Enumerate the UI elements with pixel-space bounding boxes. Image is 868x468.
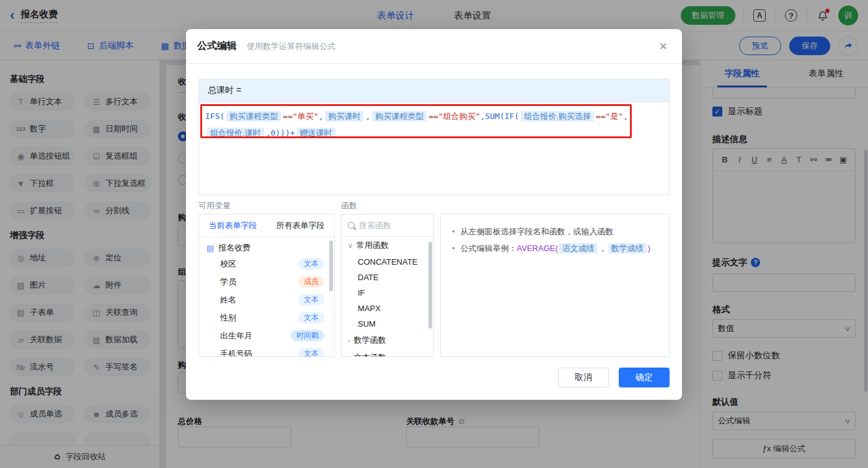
tip-example-line: • 公式编辑举例：AVERAGE(语文成绩，数学成绩) [452,240,658,257]
function-item[interactable]: IF [342,285,433,301]
variable-row[interactable]: 手机号码文本 [199,345,334,357]
type-badge: 文本 [298,312,324,324]
formula-input-area[interactable]: IFS(购买课程类型=="单买",购买课时,购买课程类型=="组合购买",SUM… [199,102,669,195]
variables-label: 可用变量 [198,200,231,211]
formula-token: ) [648,244,650,253]
type-badge: 文本 [298,294,324,306]
formula-token: IFS( [205,112,224,121]
cancel-button[interactable]: 取消 [558,368,609,387]
function-group-common[interactable]: ∨常用函数 [342,237,433,254]
modal-subtitle: 使用数学运算符编辑公式 [247,41,335,52]
form-root-node[interactable]: ▤ 报名收费 [199,237,334,255]
chevron-right-icon: › [348,337,350,344]
tab-all-form-fields[interactable]: 所有表单字段 [267,214,334,237]
function-item[interactable]: CONCATENATE [342,254,433,270]
chevron-right-icon: › [348,354,350,357]
confirm-button[interactable]: 确定 [619,368,670,387]
formula-token: AVERAGE( [517,244,558,253]
type-badge: 成员 [298,276,324,288]
tab-current-form-fields[interactable]: 当前表单字段 [199,214,267,237]
formula-field-token: 购买课程类型 [372,111,427,121]
function-item[interactable]: MAPX [342,301,433,316]
close-icon[interactable]: × [659,40,667,53]
formula-editor: 总课时 = IFS(购买课程类型=="单买",购买课时,购买课程类型=="组合购… [198,79,670,195]
function-group-math[interactable]: ›数学函数 [342,332,433,349]
formula-field-token: 购买课程类型 [226,111,281,121]
app-root: ‹ 报名收费 表单设计 表单设置 数据管理 A ? 训 ⚯表单外链 ⊡后端脚本 … [0,0,868,468]
function-search-input[interactable] [359,221,427,230]
function-item[interactable]: DATE [342,270,433,285]
tips-panel: •从左侧面板选择字段名和函数，或输入函数 • 公式编辑举例：AVERAGE(语文… [440,214,670,357]
formula-field-token: 购买课时 [325,111,363,121]
formula-token: , [623,112,628,121]
functions-panel: ∨常用函数 CONCATENATE DATE IF MAPX SUM ›数学函数… [341,214,434,357]
formula-field-token: 组合报价.购买选择 [521,111,594,121]
formula-token: ,SUM(IF( [480,112,520,121]
variable-row[interactable]: 性别文本 [199,309,334,327]
formula-token: "单买" [293,112,319,121]
formula-editor-modal: 公式编辑 使用数学运算符编辑公式 × 总课时 = IFS(购买课程类型=="单买… [186,29,682,400]
formula-target: 总课时 = [199,79,669,102]
modal-header: 公式编辑 使用数学运算符编辑公式 × [186,29,682,64]
formula-field-token: 组合报价.课时 [207,128,264,138]
formula-token: == [596,112,606,121]
search-icon [348,222,355,229]
function-item[interactable]: SUM [342,316,433,332]
variables-panel: 当前表单字段 所有表单字段 ▤ 报名收费 校区文本 学员成员 姓名文本 性别文本… [198,214,335,357]
tip-example: 公式编辑举例：AVERAGE(语文成绩，数学成绩) [461,240,651,257]
formula-field-token: 语文成绩 [559,243,598,254]
variables-tabs: 当前表单字段 所有表单字段 [199,214,334,237]
formula-token: , [319,112,324,121]
variable-row[interactable]: 姓名文本 [199,291,334,309]
modal-footer: 取消 确定 [558,368,670,387]
function-search [342,214,433,237]
type-badge: 时间戳 [291,330,324,342]
formula-token: "是" [606,112,624,121]
form-icon: ▤ [206,244,214,253]
variables-scrollbar[interactable] [329,241,333,291]
function-group-text[interactable]: ›文本函数 [342,349,433,357]
formula-field-token: 赠送课时 [297,128,335,138]
tip-line: •从左侧面板选择字段名和函数，或输入函数 [452,223,658,240]
type-badge: 文本 [298,348,324,357]
modal-title: 公式编辑 [197,40,237,53]
formula-token: == [428,112,438,121]
formula-token: "组合购买" [438,112,480,121]
variable-row[interactable]: 校区文本 [199,255,334,273]
type-badge: 文本 [298,258,324,270]
formula-token: ,0)))+ [266,128,295,138]
variable-row[interactable]: 学员成员 [199,273,334,291]
functions-scrollbar[interactable] [428,242,432,329]
variable-row[interactable]: 出生年月时间戳 [199,327,334,345]
functions-label: 函数 [341,200,357,211]
formula-field-token: 数学成绩 [608,243,647,254]
formula-token: == [283,112,293,121]
chevron-down-icon: ∨ [348,242,353,250]
formula-token: , [365,112,370,121]
